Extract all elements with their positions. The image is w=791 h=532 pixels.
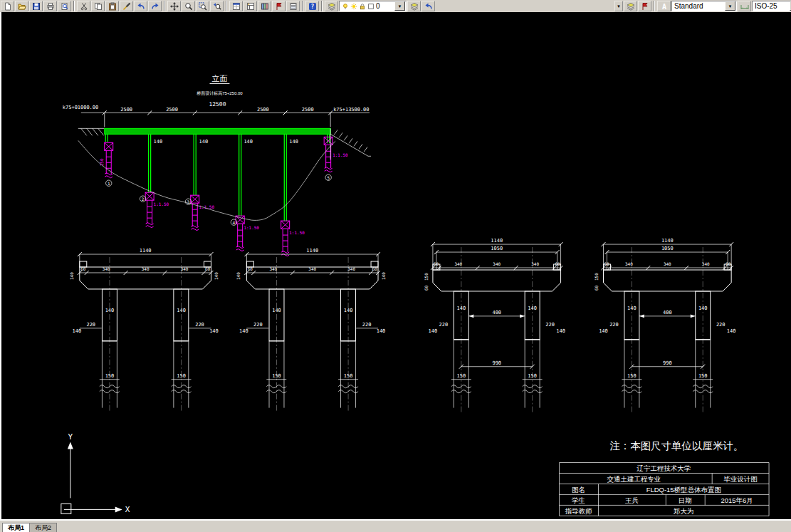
markup-icon [641, 2, 649, 11]
dim-label: 150 [528, 373, 537, 379]
bridge-piers [105, 134, 329, 221]
drawing-svg: 立面 桥面设计标高75+250.00 12500 2500 2500 2500 … [1, 12, 791, 519]
title-block: 辽宁工程技术大学 交通土建工程专业 毕业设计图 图名 FLDQ-15桥型总体布置… [560, 463, 769, 516]
layer-manager-icon [328, 2, 336, 11]
dim-style-select[interactable]: ISO-25 ▼ [752, 1, 791, 11]
markup-button[interactable] [272, 1, 286, 11]
slope-label: 1:1.50 [154, 202, 169, 207]
dropdown-arrow-icon[interactable]: ▼ [394, 1, 405, 11]
open-icon [18, 2, 26, 11]
print-preview-button[interactable] [58, 1, 71, 11]
view-title: 立面 [211, 74, 227, 83]
calculator-button[interactable] [286, 1, 300, 11]
slope-label: 1:1.50 [332, 152, 348, 157]
dim-label: 340 [531, 261, 539, 266]
slope-label: 1:1.50 [289, 230, 305, 235]
pier-number: 2 [142, 197, 145, 202]
pan-button[interactable] [167, 1, 181, 11]
match-properties-button[interactable] [120, 1, 133, 11]
tab-layout-1[interactable]: 布局1 [2, 523, 30, 532]
date-label: 日期 [679, 496, 692, 504]
dim-style-button[interactable] [738, 1, 751, 11]
copy-button[interactable] [91, 1, 105, 11]
layer-select[interactable]: 0 ▼ [339, 1, 407, 11]
save-button[interactable] [29, 1, 43, 11]
new-icon [4, 2, 12, 11]
slope-label: 1:1.50 [243, 225, 259, 230]
layer-manager-button[interactable] [325, 1, 338, 11]
help-button[interactable] [305, 1, 319, 11]
pier-cross-section-left-2 [236, 248, 386, 412]
toolbar-overflow-button[interactable]: ▼ [614, 1, 623, 11]
dim-label: 140 [289, 139, 298, 145]
text-style-button[interactable] [657, 1, 671, 11]
tool-palettes-icon [261, 2, 269, 11]
layer-manager-icon [627, 2, 635, 11]
zoom-window-icon [199, 2, 207, 11]
sun-icon [350, 3, 357, 10]
deck-note: 桥面设计标高75+250.00 [196, 90, 243, 96]
dim-label: 220 [439, 322, 449, 328]
dim-label: 12500 [209, 101, 226, 108]
tool-palettes-button[interactable] [258, 1, 271, 11]
dim-label: 2500 [302, 107, 314, 113]
toolbar-separator [164, 1, 165, 11]
calculator-icon [289, 2, 298, 11]
designcenter-button[interactable] [243, 1, 257, 11]
text-style-value: Standard [674, 2, 703, 10]
properties-icon [232, 2, 241, 11]
ucs-y-label: Y [68, 432, 73, 442]
make-layer-current-button[interactable] [407, 1, 421, 11]
pier-number: 1 [108, 181, 110, 186]
station-label: k75+01000.00 [63, 105, 98, 110]
properties-button[interactable] [229, 1, 243, 11]
new-button[interactable] [1, 1, 14, 11]
dim-label: 140 [214, 272, 219, 280]
dim-label: 140 [177, 308, 186, 313]
student-label: 学生 [572, 496, 585, 504]
sheet-set-manager-button[interactable] [624, 1, 637, 11]
undo-button[interactable] [134, 1, 147, 11]
dim-label: 2500 [166, 107, 178, 113]
text-style-select[interactable]: Standard ▼ [671, 1, 737, 11]
zoom-realtime-button[interactable] [182, 1, 195, 11]
pier-cross-section-right: 1140 1050 60 340 340 340 60 150 60 140 1… [424, 238, 565, 412]
project-type: 毕业设计图 [723, 475, 757, 483]
pier-number: 5 [327, 175, 330, 180]
dim-label: 220 [86, 322, 95, 328]
zoom-previous-icon [213, 2, 221, 11]
dim-label: 60 [555, 261, 560, 266]
print-button[interactable] [43, 1, 57, 11]
dim-label: 140 [429, 328, 438, 334]
redo-button[interactable] [148, 1, 162, 11]
cut-icon [80, 2, 88, 11]
tab-layout-2[interactable]: 布局2 [29, 523, 57, 532]
zoom-window-button[interactable] [196, 1, 209, 11]
dim-label: 140 [105, 308, 115, 313]
dim-style-value: ISO-25 [755, 2, 777, 10]
pier-number: 4 [233, 220, 236, 225]
undo-icon [137, 2, 145, 11]
bulb-icon [342, 3, 349, 10]
layer-previous-button[interactable] [421, 1, 435, 11]
zoom-previous-button[interactable] [210, 1, 224, 11]
terrain-line [78, 140, 335, 220]
dim-style-icon [740, 2, 749, 11]
drawing-canvas[interactable]: 立面 桥面设计标高75+250.00 12500 2500 2500 2500 … [0, 12, 791, 521]
paste-button[interactable] [105, 1, 119, 11]
dim-label: 990 [492, 360, 501, 366]
dim-label: 140 [556, 328, 565, 334]
open-button[interactable] [15, 1, 28, 11]
cut-button[interactable] [77, 1, 90, 11]
layout-tab-bar: 布局1 布局2 [0, 521, 791, 532]
advisor-label: 指导教师 [565, 507, 592, 515]
dropdown-arrow-icon[interactable]: ▼ [725, 1, 735, 11]
dim-label: 220 [195, 322, 204, 328]
layer-manager-icon [410, 2, 419, 11]
designcenter-icon [246, 2, 255, 11]
dim-label: 2500 [120, 107, 132, 113]
markup-set-manager-button[interactable] [638, 1, 651, 11]
dim-label: 150 [457, 373, 466, 379]
print-icon [46, 2, 55, 11]
standard-toolbar: 0 ▼ ▼ Standard ▼ ISO-25 ▼ [0, 0, 791, 12]
